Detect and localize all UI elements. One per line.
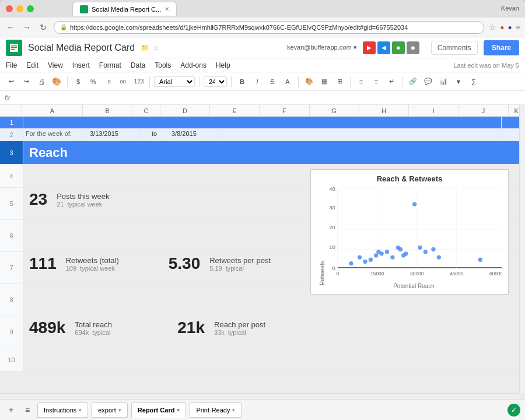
table-row[interactable]: 1 bbox=[0, 117, 525, 129]
col-header-F[interactable]: F bbox=[260, 105, 309, 117]
close-button[interactable] bbox=[6, 5, 13, 12]
add-sheet-button[interactable]: + bbox=[5, 404, 18, 416]
title-bar: Social Media Report C... ✕ Kevan bbox=[0, 0, 525, 18]
number-fmt-button[interactable]: 123 bbox=[132, 75, 145, 88]
italic-button[interactable]: I bbox=[251, 75, 264, 88]
tab-report-card-caret: ▾ bbox=[177, 407, 180, 413]
active-tab[interactable]: Social Media Report C... ✕ bbox=[72, 2, 177, 16]
tab-instructions[interactable]: Instructions ▾ bbox=[37, 402, 88, 418]
table-row[interactable]: 2 For the week of: 3/13/2015 to 3/8/2015 bbox=[0, 129, 525, 141]
sep3 bbox=[199, 76, 200, 87]
decimal-inc-button[interactable]: 00. bbox=[117, 75, 130, 88]
sep2 bbox=[149, 76, 150, 87]
link-button[interactable]: 🔗 bbox=[407, 75, 419, 88]
share-button[interactable]: Share bbox=[484, 40, 519, 55]
chart-title: Reach & Retweets bbox=[317, 174, 502, 183]
folder-icon[interactable]: 📁 bbox=[141, 44, 149, 52]
svg-point-26 bbox=[369, 258, 373, 262]
menu-edit[interactable]: Edit bbox=[26, 61, 38, 69]
forward-button[interactable]: → bbox=[21, 22, 33, 33]
buffer-icon2[interactable]: ● bbox=[508, 23, 512, 32]
comment-button[interactable]: 💬 bbox=[422, 75, 435, 88]
vertical-scrollbar[interactable] bbox=[519, 105, 525, 393]
col-header-E[interactable]: E bbox=[210, 105, 260, 117]
menu-format[interactable]: Format bbox=[99, 61, 121, 69]
row-num-10: 10 bbox=[0, 348, 23, 371]
tab-close-icon[interactable]: ✕ bbox=[164, 6, 169, 12]
rpp2-typical: 33k typical bbox=[214, 329, 265, 336]
align-center-button[interactable]: ≡ bbox=[370, 75, 383, 88]
minimize-button[interactable] bbox=[16, 5, 23, 12]
comments-button[interactable]: Comments bbox=[431, 41, 478, 55]
svg-text:30000: 30000 bbox=[410, 271, 424, 276]
tab-print-ready[interactable]: Print-Ready ▾ bbox=[190, 402, 242, 418]
format-toolbar: ↩ ↪ 🖨 🎨 $ % .0 00. 123 Arial 24 B I S A … bbox=[0, 72, 525, 91]
strikethrough-button[interactable]: S bbox=[266, 75, 279, 88]
chart-button[interactable]: 📊 bbox=[437, 75, 450, 88]
font-selector[interactable]: Arial bbox=[154, 76, 195, 87]
undo-button[interactable]: ↩ bbox=[5, 75, 18, 88]
col-header-I[interactable]: I bbox=[409, 105, 459, 117]
url-bar[interactable]: 🔒 https://docs.google.com/spreadsheets/d… bbox=[54, 21, 484, 34]
date2-cell: 3/8/2015 bbox=[169, 129, 222, 141]
table-row[interactable]: 10 bbox=[0, 348, 525, 372]
percent-button[interactable]: % bbox=[87, 75, 100, 88]
buf-icon-3: ■ bbox=[392, 41, 405, 54]
menu-icon[interactable]: ≡ bbox=[516, 23, 520, 32]
col-header-J[interactable]: J bbox=[459, 105, 508, 117]
tab-export[interactable]: export ▾ bbox=[92, 402, 128, 418]
tab-report-card[interactable]: Report Card ▾ bbox=[131, 402, 187, 418]
bold-button[interactable]: B bbox=[236, 75, 249, 88]
col-header-C[interactable]: C bbox=[132, 105, 160, 117]
sync-status-icon: ✓ bbox=[508, 404, 520, 416]
table-row[interactable]: 9 489k Total reach 694k typical bbox=[0, 316, 525, 348]
col-header-G[interactable]: G bbox=[310, 105, 359, 117]
formula-input[interactable] bbox=[15, 94, 520, 102]
svg-point-29 bbox=[379, 251, 383, 256]
paint-format-button[interactable]: 🎨 bbox=[50, 75, 63, 88]
menu-help[interactable]: Help bbox=[216, 61, 230, 69]
table-row[interactable]: 3 Reach bbox=[0, 141, 525, 164]
size-selector[interactable]: 24 bbox=[204, 76, 227, 87]
text-wrap-button[interactable]: ↵ bbox=[385, 75, 398, 88]
star-icon[interactable]: ☆ bbox=[489, 23, 496, 32]
refresh-button[interactable]: ↻ bbox=[37, 22, 49, 33]
svg-rect-3 bbox=[11, 49, 15, 50]
dollar-button[interactable]: $ bbox=[72, 75, 85, 88]
borders-button[interactable]: ▦ bbox=[318, 75, 331, 88]
menu-tools[interactable]: Tools bbox=[155, 61, 171, 69]
horizontal-scrollbar[interactable] bbox=[0, 393, 519, 399]
fill-color-button[interactable]: 🎨 bbox=[303, 75, 316, 88]
merge-button[interactable]: ⊞ bbox=[333, 75, 346, 88]
menu-data[interactable]: Data bbox=[131, 61, 145, 69]
maximize-button[interactable] bbox=[27, 5, 34, 12]
retweets-count: 111 bbox=[29, 254, 57, 273]
col-header-D[interactable]: D bbox=[160, 105, 210, 117]
svg-point-39 bbox=[431, 247, 435, 251]
menu-file[interactable]: File bbox=[6, 61, 17, 69]
menu-view[interactable]: View bbox=[48, 61, 63, 69]
back-button[interactable]: ← bbox=[5, 22, 16, 33]
reach-title: Reach bbox=[29, 145, 68, 160]
font-color-button[interactable]: A bbox=[281, 75, 294, 88]
menu-addons[interactable]: Add-ons bbox=[180, 61, 206, 69]
col-header-A[interactable]: A bbox=[22, 105, 83, 117]
col-header-H[interactable]: H bbox=[359, 105, 409, 117]
rpp-label-col: Retweets per post 5.19 typical bbox=[209, 256, 271, 272]
buffer-icon1[interactable]: ● bbox=[500, 23, 504, 32]
sheets-list-button[interactable]: ≡ bbox=[21, 404, 34, 416]
decimal-dec-button[interactable]: .0 bbox=[102, 75, 115, 88]
col-header-B[interactable]: B bbox=[83, 105, 132, 117]
rpp2-typical-count: 33k bbox=[214, 329, 225, 336]
star-doc-icon[interactable]: ☆ bbox=[153, 44, 159, 52]
menu-insert[interactable]: Insert bbox=[72, 61, 90, 69]
retweets-label-col: Retweets (total) 109 typical week bbox=[66, 256, 142, 272]
filter-button[interactable]: ▼ bbox=[452, 75, 465, 88]
align-left-button[interactable]: ≡ bbox=[355, 75, 368, 88]
redo-button[interactable]: ↪ bbox=[20, 75, 33, 88]
svg-point-27 bbox=[374, 253, 378, 257]
print-button[interactable]: 🖨 bbox=[35, 75, 48, 88]
col-headers: A B C D E F G H I J K bbox=[0, 105, 525, 117]
svg-rect-2 bbox=[11, 47, 17, 48]
function-button[interactable]: ∑ bbox=[467, 75, 480, 88]
